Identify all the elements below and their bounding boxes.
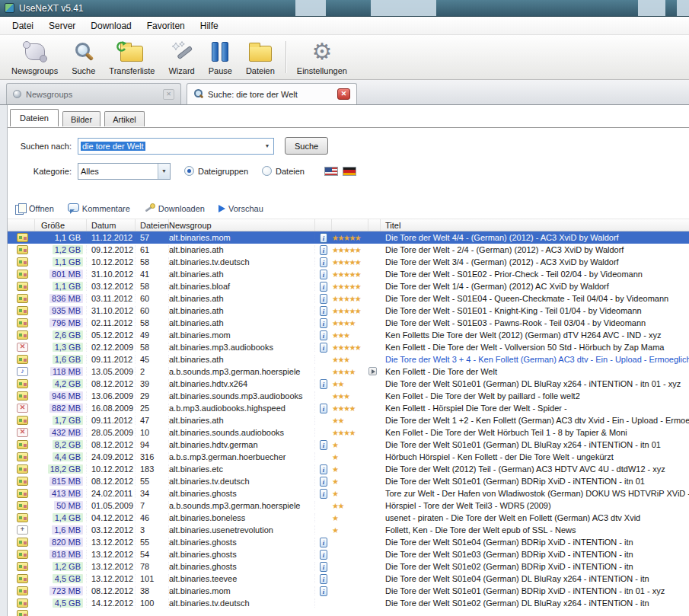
wizard-button[interactable]: Wizard xyxy=(161,35,201,79)
table-row[interactable]: 1,6 GB09.11.201245alt.binaries.ath★★★Die… xyxy=(8,353,689,365)
table-row[interactable]: 1,2 GB09.12.201261alt.binaries.ath★★★★★D… xyxy=(8,244,689,256)
column-header-rating[interactable] xyxy=(332,219,368,231)
preview-action[interactable]: Vorschau xyxy=(219,204,263,213)
info-icon[interactable] xyxy=(320,464,327,474)
info-icon[interactable] xyxy=(320,294,327,304)
table-row[interactable]: 4,2 GB08.12.201239alt.binaries.hdtv.x264… xyxy=(8,378,689,390)
table-row[interactable]: 1,7 GB09.11.201247alt.binaries.ath★★Die … xyxy=(8,414,689,426)
open-action[interactable]: Öffnen xyxy=(15,203,54,214)
table-row[interactable]: 1,1 GB03.12.201258alt.binaries.bloaf★★★★… xyxy=(8,280,689,292)
menu-item-datei[interactable]: Datei xyxy=(5,18,41,34)
menu-item-download[interactable]: Download xyxy=(83,18,139,34)
search-input[interactable]: die tore der Welt ▼ xyxy=(78,138,274,155)
table-row[interactable]: 432 MB28.05.200910alt.binaries.sounds.au… xyxy=(8,426,689,439)
file-type-cell xyxy=(15,342,35,353)
column-header-icon[interactable] xyxy=(15,219,35,231)
tab-bilder[interactable]: Bilder xyxy=(62,111,100,126)
info-icon[interactable] xyxy=(320,343,327,353)
video-file-icon xyxy=(17,294,28,303)
einstellungen-button[interactable]: ⚙ Einstellungen xyxy=(290,35,354,79)
column-header-titel[interactable]: Titel xyxy=(381,221,689,230)
size-badge: 1,3 GB xyxy=(53,343,83,352)
radio-dateigruppen[interactable]: Dateigruppen xyxy=(184,166,248,176)
info-icon[interactable] xyxy=(320,538,327,547)
chevron-down-icon[interactable]: ▼ xyxy=(261,143,273,148)
size-badge: 1,6 GB xyxy=(53,355,83,364)
comments-action[interactable]: Kommentare xyxy=(68,204,130,213)
table-row[interactable]: 723 MB08.12.201238alt.binaries.momDie To… xyxy=(8,585,689,597)
table-row[interactable]: 946 MB13.06.200929alt.binaries.sounds.mp… xyxy=(8,390,689,402)
rating-stars: ★★★★★ xyxy=(332,258,368,267)
table-row[interactable]: 882 MB16.08.200925a.b.mp3.audiobooks.hig… xyxy=(8,402,689,414)
info-icon[interactable] xyxy=(320,562,327,572)
search-submit-button[interactable]: Suche xyxy=(285,137,328,155)
column-header-info[interactable] xyxy=(315,219,332,231)
download-action[interactable]: Downloaden xyxy=(144,203,205,214)
table-row[interactable]: 50 MB01.05.20097a.b.sounds.mp3.german.ho… xyxy=(8,500,689,512)
column-header-groesse[interactable]: Größe xyxy=(35,219,87,231)
info-icon[interactable] xyxy=(320,440,327,450)
table-row[interactable]: 1,6 MB03.12.20123alt.binaries.usenetrevo… xyxy=(8,524,689,536)
pause-button[interactable]: Pause xyxy=(202,35,239,79)
tab-dateien[interactable]: Dateien xyxy=(10,109,59,126)
table-row[interactable]: 4,4 GB24.09.2012316a.b.s.mp3.german.hoer… xyxy=(8,451,689,463)
close-tab-icon[interactable]: ✕ xyxy=(163,89,174,100)
transferliste-button[interactable]: Transferliste xyxy=(102,35,161,79)
info-icon[interactable] xyxy=(320,270,327,279)
chevron-down-icon[interactable]: ▼ xyxy=(158,164,170,179)
column-header-datum[interactable]: Datum xyxy=(87,219,136,231)
dateien-button[interactable]: Dateien xyxy=(239,35,282,79)
tab-search-results[interactable]: Suche: die tore der Welt ✕ xyxy=(187,83,357,104)
info-icon[interactable] xyxy=(320,282,327,292)
category-select[interactable]: Alles ▼ xyxy=(78,163,171,180)
column-header-dateien[interactable]: Dateien xyxy=(136,219,169,231)
german-flag-icon[interactable] xyxy=(343,167,356,176)
tab-newsgroups[interactable]: Newsgroups ✕ xyxy=(6,83,181,104)
table-row[interactable]: 8,2 GB08.12.201294alt.binaries.hdtv.germ… xyxy=(8,439,689,451)
info-icon[interactable] xyxy=(320,477,327,487)
us-flag-icon[interactable] xyxy=(324,167,338,176)
table-row[interactable]: 1,3 GB02.12.200958alt.binaries.mp3.audio… xyxy=(8,341,689,353)
table-row[interactable]: 18,2 GB10.12.2012183alt.binaries.etc★Die… xyxy=(8,463,689,475)
table-row[interactable]: 4,5 GB13.12.2012101alt.binaries.teeveeDi… xyxy=(8,573,689,585)
table-row[interactable]: 836 MB03.11.201260alt.binaries.ath★★★★★D… xyxy=(8,292,689,305)
newsgroups-button[interactable]: Newsgroups xyxy=(5,35,65,79)
table-row[interactable]: 796 MB02.11.201258alt.binaries.ath★★★★Di… xyxy=(8,317,689,329)
table-row[interactable]: 818 MB13.12.201254alt.binaries.ghostsDie… xyxy=(8,548,689,560)
info-icon[interactable] xyxy=(320,574,327,584)
info-icon[interactable] xyxy=(320,330,327,340)
menu-item-hilfe[interactable]: Hilfe xyxy=(193,18,226,34)
table-row[interactable]: 118 MB13.05.20092a.b.sounds.mp3.german.h… xyxy=(8,365,689,378)
menu-item-server[interactable]: Server xyxy=(41,18,83,34)
table-row[interactable]: 413 MB24.02.201134alt.binaries.ghosts★To… xyxy=(8,487,689,500)
table-row[interactable]: 935 MB31.10.201260alt.binaries.ath★★★★★D… xyxy=(8,305,689,317)
info-icon[interactable] xyxy=(320,404,327,413)
table-row[interactable]: 815 MB08.12.201255alt.binaries.tv.deutsc… xyxy=(8,475,689,487)
table-row[interactable]: 820 MB13.12.201255alt.binaries.ghostsDie… xyxy=(8,536,689,548)
table-row[interactable]: 4,5 GB14.12.2012100alt.binaries.tv.deuts… xyxy=(8,597,689,609)
menu-item-favoriten[interactable]: Favoriten xyxy=(139,18,193,34)
table-row[interactable]: 1,1 GB10.12.201258alt.binaries.tv.deutsc… xyxy=(8,256,689,268)
table-row[interactable]: 1,2 GB13.12.201278alt.binaries.ghostsDie… xyxy=(8,560,689,573)
info-icon[interactable] xyxy=(320,306,327,316)
close-tab-icon[interactable]: ✕ xyxy=(337,88,350,100)
suche-button[interactable]: Suche xyxy=(65,35,102,79)
column-header-play[interactable] xyxy=(368,219,381,231)
info-icon[interactable] xyxy=(320,379,327,389)
table-row[interactable] xyxy=(8,609,689,616)
preview-play-icon[interactable] xyxy=(368,367,377,375)
table-row[interactable]: 1,1 GB11.12.201257alt.binaries.mom★★★★★D… xyxy=(8,231,689,244)
info-icon[interactable] xyxy=(320,257,327,267)
table-row[interactable]: 801 MB31.10.201241alt.binaries.ath★★★★★D… xyxy=(8,268,689,280)
info-icon[interactable] xyxy=(320,489,327,499)
radio-dateien[interactable]: Dateien xyxy=(262,166,305,176)
tab-artikel[interactable]: Artikel xyxy=(104,111,145,126)
info-icon[interactable] xyxy=(320,233,327,243)
table-row[interactable]: 2,6 GB05.12.201249alt.binaries.mom★★★Ken… xyxy=(8,329,689,341)
table-row[interactable]: 1,4 GB04.12.201246alt.binaries.boneless★… xyxy=(8,512,689,524)
info-icon[interactable] xyxy=(320,586,327,596)
column-header-newsgroup[interactable]: Newsgroup xyxy=(169,219,315,231)
info-icon[interactable] xyxy=(320,550,327,560)
info-icon[interactable] xyxy=(320,245,327,255)
info-icon[interactable] xyxy=(320,318,327,328)
